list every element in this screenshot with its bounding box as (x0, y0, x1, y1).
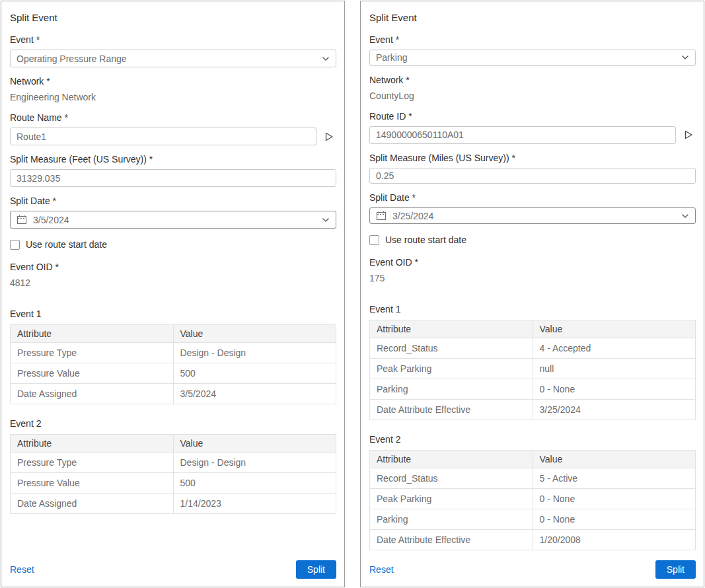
event-select[interactable]: Operating Pressure Range (10, 50, 336, 67)
measure-label: Split Measure (Miles (US Survey)) * (369, 153, 696, 163)
route-pointer-icon (683, 129, 694, 140)
split-date-value: 3/25/2024 (392, 211, 675, 221)
panel-title: Split Event (10, 12, 336, 23)
split-event-panel-left: Split Event Event * Operating Pressure R… (1, 1, 345, 587)
event-oid-label: Event OID * (369, 257, 696, 268)
attribute-column-header: Attribute (370, 451, 533, 468)
table-row: Date Attribute Effective 1/20/2008 (370, 530, 696, 550)
event-select[interactable]: Parking (369, 50, 696, 66)
use-route-start-date-row[interactable]: Use route start date (369, 235, 696, 245)
event-oid-block: Event OID * 175 (369, 257, 696, 295)
route-input[interactable] (10, 128, 316, 145)
use-route-start-date-row[interactable]: Use route start date (10, 239, 336, 250)
route-label: Route ID * (369, 111, 696, 122)
route-label: Route Name * (10, 112, 336, 123)
value-cell: Design - Design (173, 453, 336, 473)
table-row: Record_Status 4 - Accepted (370, 338, 696, 359)
split-measure-input[interactable] (10, 169, 336, 187)
split-date-label: Split Date * (10, 196, 336, 206)
table-header-row: Attribute Value (370, 320, 696, 338)
split-event-panel-right: Split Event Event * Parking Network * Co… (360, 1, 704, 587)
use-route-start-date-checkbox[interactable] (10, 240, 20, 250)
table-row: Parking 0 - None (370, 379, 696, 400)
attribute-column-header: Attribute (11, 325, 174, 343)
table-header-row: Attribute Value (11, 325, 336, 343)
event-label: Event * (369, 34, 696, 45)
table-row: Pressure Value 500 (11, 363, 336, 384)
route-pointer-icon (324, 131, 334, 142)
split-measure-input[interactable] (369, 168, 696, 184)
event-2-section-label: Event 2 (10, 418, 336, 429)
panel-title: Split Event (369, 12, 696, 23)
chevron-down-icon (681, 55, 689, 60)
value-column-header: Value (533, 320, 696, 338)
network-value: Engineering Network (10, 91, 336, 103)
table-row: Record_Status 5 - Active (370, 468, 696, 489)
event-1-table: Attribute Value Record_Status 4 - Accept… (369, 320, 696, 420)
value-cell: Design - Design (173, 343, 336, 363)
attribute-cell: Record_Status (370, 468, 533, 489)
split-event-panels: Split Event Event * Operating Pressure R… (0, 0, 705, 588)
split-button[interactable]: Split (655, 560, 696, 579)
value-column-header: Value (173, 435, 336, 453)
event-1-table: Attribute Value Pressure Type Design - D… (10, 324, 336, 404)
event-1-section-label: Event 1 (369, 304, 696, 314)
table-row: Parking 0 - None (370, 509, 696, 530)
attribute-cell: Pressure Value (11, 473, 174, 494)
table-header-row: Attribute Value (11, 435, 336, 453)
reset-button[interactable]: Reset (369, 564, 394, 575)
value-cell: 0 - None (533, 379, 696, 400)
value-cell: 3/25/2024 (533, 400, 696, 420)
split-button[interactable]: Split (296, 560, 336, 579)
network-value: CountyLog (369, 90, 696, 102)
route-input[interactable] (369, 126, 676, 144)
event-2-table: Attribute Value Record_Status 5 - Active… (369, 450, 696, 550)
value-column-header: Value (533, 451, 696, 468)
value-cell: null (533, 359, 696, 379)
event-oid-block: Event OID * 4812 (10, 262, 336, 299)
network-label: Network * (369, 75, 696, 85)
value-cell: 1/20/2008 (533, 530, 696, 550)
value-cell: 0 - None (533, 509, 696, 530)
reset-button[interactable]: Reset (10, 564, 34, 575)
attribute-cell: Date Assigned (11, 384, 174, 404)
value-column-header: Value (173, 325, 336, 343)
event-select-value: Operating Pressure Range (17, 54, 127, 64)
table-header-row: Attribute Value (370, 451, 696, 468)
route-row (10, 128, 336, 145)
split-date-picker[interactable]: 3/25/2024 (369, 207, 696, 224)
value-cell: 0 - None (533, 489, 696, 509)
split-date-picker[interactable]: 3/5/2024 (10, 211, 336, 229)
use-route-start-date-checkbox[interactable] (369, 235, 379, 245)
value-cell: 5 - Active (533, 468, 696, 489)
calendar-icon (17, 215, 27, 225)
event-label: Event * (10, 34, 336, 45)
attribute-column-header: Attribute (370, 320, 533, 338)
table-row: Date Assigned 1/14/2023 (11, 494, 336, 514)
attribute-cell: Parking (370, 509, 533, 530)
table-row: Date Assigned 3/5/2024 (11, 384, 336, 404)
use-route-start-date-label: Use route start date (385, 235, 466, 245)
table-row: Pressure Type Design - Design (11, 343, 336, 363)
event-oid-value: 175 (369, 272, 696, 284)
calendar-icon (376, 211, 387, 221)
attribute-column-header: Attribute (11, 435, 174, 453)
table-row: Pressure Value 500 (11, 473, 336, 494)
event-oid-value: 4812 (10, 277, 336, 289)
attribute-cell: Peak Parking (370, 359, 533, 379)
attribute-cell: Date Attribute Effective (370, 530, 533, 550)
event-select-value: Parking (376, 52, 407, 63)
select-route-button[interactable] (322, 129, 336, 144)
chevron-down-icon (322, 56, 330, 61)
attribute-cell: Date Assigned (11, 494, 174, 514)
value-cell: 500 (173, 473, 336, 494)
attribute-cell: Pressure Type (11, 453, 174, 473)
event-1-section-label: Event 1 (10, 309, 336, 319)
event-2-table: Attribute Value Pressure Type Design - D… (10, 434, 336, 514)
select-route-button[interactable] (681, 128, 696, 142)
attribute-cell: Pressure Type (11, 343, 174, 363)
value-cell: 500 (173, 363, 336, 384)
event-2-section-label: Event 2 (369, 434, 696, 445)
value-cell: 4 - Accepted (533, 338, 696, 359)
use-route-start-date-label: Use route start date (26, 239, 107, 250)
